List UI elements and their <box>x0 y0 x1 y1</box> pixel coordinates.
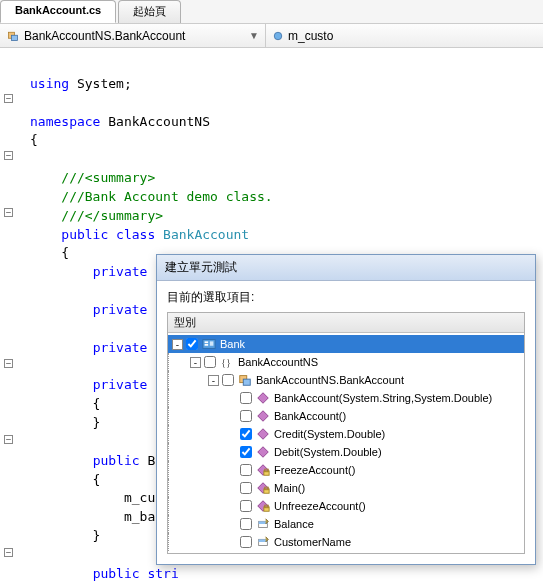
method-icon <box>256 391 270 405</box>
tree-indent <box>168 515 226 533</box>
tree-body: -Bank-BankAccountNS-BankAccountNS.BankAc… <box>168 333 524 553</box>
tree-row[interactable]: Debit(System.Double) <box>168 443 524 461</box>
tree-indent <box>168 497 226 515</box>
expand-toggle[interactable]: - <box>172 339 183 350</box>
tab-bankaccount[interactable]: BankAccount.cs <box>0 0 116 23</box>
tree-checkbox[interactable] <box>240 446 252 458</box>
nav-class-dropdown[interactable]: BankAccountNS.BankAccount ▼ <box>0 24 266 47</box>
tree-row[interactable]: UnfreezeAccount() <box>168 497 524 515</box>
tree-item-label: BankAccount(System.String,System.Double) <box>274 392 492 404</box>
tree-row[interactable]: Balance <box>168 515 524 533</box>
tree-indent <box>168 443 226 461</box>
tree-checkbox[interactable] <box>240 410 252 422</box>
nav-class-label: BankAccountNS.BankAccount <box>24 29 185 43</box>
tree-checkbox[interactable] <box>222 374 234 386</box>
fold-toggle[interactable]: − <box>4 435 13 444</box>
method-icon <box>256 427 270 441</box>
tree-indent <box>168 533 226 551</box>
toggle-spacer <box>226 519 237 530</box>
tree-checkbox[interactable] <box>240 536 252 548</box>
fold-toggle[interactable]: − <box>4 94 13 103</box>
tree-checkbox[interactable] <box>240 482 252 494</box>
tree-item-label: Credit(System.Double) <box>274 428 385 440</box>
tree-row[interactable]: FreezeAccount() <box>168 461 524 479</box>
tree-indent <box>168 461 226 479</box>
tree-row[interactable]: BankAccount() <box>168 407 524 425</box>
tree-item-label: Debit(System.Double) <box>274 446 382 458</box>
tree-indent <box>168 371 208 389</box>
tab-startpage[interactable]: 起始頁 <box>118 0 181 23</box>
chevron-down-icon: ▼ <box>249 30 259 41</box>
tree-row[interactable]: BankAccount(System.String,System.Double) <box>168 389 524 407</box>
fold-toggle[interactable]: − <box>4 359 13 368</box>
tree-item-label: CustomerName <box>274 536 351 548</box>
toggle-spacer <box>226 393 237 404</box>
property-icon <box>256 517 270 531</box>
tree-indent <box>168 407 226 425</box>
tree-item-label: Balance <box>274 518 314 530</box>
tree-indent <box>168 479 226 497</box>
method-pv-icon <box>256 463 270 477</box>
tree-row[interactable]: -BankAccountNS.BankAccount <box>168 371 524 389</box>
tree-row[interactable]: -Bank <box>168 335 524 353</box>
toggle-spacer <box>226 447 237 458</box>
toggle-spacer <box>226 483 237 494</box>
namespace-icon <box>220 355 234 369</box>
toggle-spacer <box>226 411 237 422</box>
tree-checkbox[interactable] <box>204 356 216 368</box>
tree-item-label: Main() <box>274 482 305 494</box>
tree-item-label: BankAccountNS.BankAccount <box>256 374 404 386</box>
toggle-spacer <box>226 501 237 512</box>
create-unit-tests-dialog: 建立單元測試 目前的選取項目: 型別 -Bank-BankAccountNS-B… <box>156 254 536 565</box>
dialog-title: 建立單元測試 <box>157 255 535 281</box>
field-icon <box>272 30 284 42</box>
tree-row[interactable]: -BankAccountNS <box>168 353 524 371</box>
tree-row[interactable]: Credit(System.Double) <box>168 425 524 443</box>
tree-checkbox[interactable] <box>240 518 252 530</box>
expand-toggle[interactable]: - <box>208 375 219 386</box>
tab-bar: BankAccount.cs 起始頁 <box>0 0 543 24</box>
assembly-icon <box>202 337 216 351</box>
tree-item-label: Bank <box>220 338 245 350</box>
tree-row[interactable]: Main() <box>168 479 524 497</box>
tree-indent <box>168 389 226 407</box>
tree-indent <box>168 353 190 371</box>
tree-item-label: BankAccount() <box>274 410 346 422</box>
tree-checkbox[interactable] <box>240 500 252 512</box>
dialog-selection-label: 目前的選取項目: <box>167 289 525 306</box>
tree-column-header[interactable]: 型別 <box>168 313 524 333</box>
nav-bar: BankAccountNS.BankAccount ▼ m_custo <box>0 24 543 48</box>
fold-toggle[interactable]: − <box>4 548 13 557</box>
tree-item-label: BankAccountNS <box>238 356 318 368</box>
tree-checkbox[interactable] <box>240 428 252 440</box>
tree-row[interactable]: CustomerName <box>168 533 524 551</box>
method-icon <box>256 445 270 459</box>
tree-item-label: FreezeAccount() <box>274 464 355 476</box>
tree-indent <box>168 425 226 443</box>
type-tree: 型別 -Bank-BankAccountNS-BankAccountNS.Ban… <box>167 312 525 554</box>
nav-member-label: m_custo <box>288 29 333 43</box>
fold-toggle[interactable]: − <box>4 151 13 160</box>
class-icon <box>6 30 20 42</box>
tree-checkbox[interactable] <box>240 464 252 476</box>
fold-toggle[interactable]: − <box>4 208 13 217</box>
class-icon <box>238 373 252 387</box>
toggle-spacer <box>226 465 237 476</box>
method-icon <box>256 409 270 423</box>
property-icon <box>256 535 270 549</box>
tree-item-label: UnfreezeAccount() <box>274 500 366 512</box>
method-pv-icon <box>256 499 270 513</box>
toggle-spacer <box>226 429 237 440</box>
tree-checkbox[interactable] <box>240 392 252 404</box>
method-pv-icon <box>256 481 270 495</box>
fold-gutter: − − − − − − <box>4 56 24 207</box>
toggle-spacer <box>226 537 237 548</box>
expand-toggle[interactable]: - <box>190 357 201 368</box>
tree-checkbox[interactable] <box>186 338 198 350</box>
nav-member-dropdown[interactable]: m_custo <box>266 24 543 47</box>
